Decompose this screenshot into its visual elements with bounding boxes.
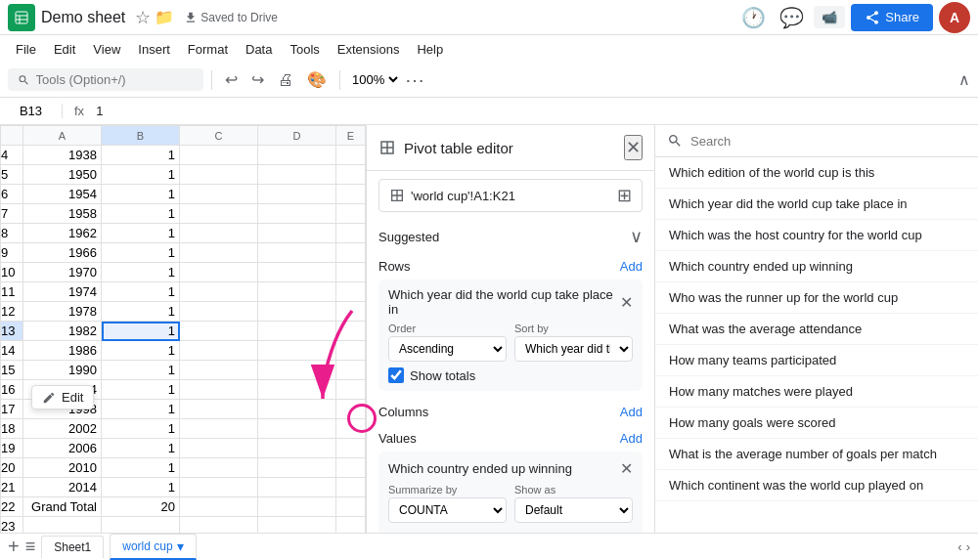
cell-a[interactable]: 1982 [23,322,102,341]
menu-help[interactable]: Help [409,40,451,59]
cell-d[interactable] [258,439,336,458]
undo-button[interactable]: ↩ [220,67,243,92]
cell-b[interactable]: 1 [102,458,180,478]
more-options-button[interactable]: ⋯ [405,68,424,92]
cell-c[interactable] [180,204,258,224]
cell-e[interactable] [336,263,366,282]
menu-extensions[interactable]: Extensions [330,40,408,59]
search-bar[interactable] [8,68,203,91]
cell-c[interactable] [180,361,258,380]
rows-card-close[interactable]: ✕ [620,293,633,312]
cell-e[interactable] [336,400,366,419]
cell-e[interactable] [336,322,366,341]
chat-icon[interactable]: 💬 [776,2,808,33]
cell-c[interactable] [180,224,258,243]
search-result-item[interactable]: Which was the host country for the world… [655,220,978,251]
cell-d[interactable] [258,282,336,302]
col-header-a[interactable]: A [23,126,102,146]
cell-b[interactable]: 1 [102,439,180,458]
range-expand-icon[interactable]: ⊞ [617,185,632,206]
cell-b[interactable]: 1 [102,380,180,400]
search-result-item[interactable]: Which continent was the world cup played… [655,470,978,501]
avatar[interactable]: A [939,2,970,33]
cell-a[interactable]: 1938 [23,146,102,165]
cell-a[interactable]: 2010 [23,458,102,478]
cell-b[interactable]: 1 [102,400,180,419]
cell-b[interactable]: 1 [102,341,180,361]
search-panel-input[interactable] [690,134,966,149]
cell-a[interactable]: 2014 [23,478,102,497]
cell-d[interactable] [258,224,336,243]
cell-c[interactable] [180,341,258,361]
cell-e[interactable] [336,185,366,204]
cell-b[interactable]: 1 [102,419,180,439]
cell-a[interactable]: 1966 [23,243,102,263]
cell-d[interactable] [258,478,336,497]
cell-c[interactable] [180,282,258,302]
cell-d[interactable] [258,361,336,380]
cell-a[interactable]: 2002 [23,419,102,439]
cell-d[interactable] [258,165,336,185]
cell-b[interactable]: 1 [102,478,180,497]
cell-d[interactable] [258,497,336,517]
sort-select[interactable]: Which year did the world ... [514,336,633,362]
cell-e[interactable] [336,165,366,185]
cell-b[interactable]: 1 [102,282,180,302]
menu-edit[interactable]: Edit [46,40,83,59]
col-header-b[interactable]: B [102,126,180,146]
cell-e[interactable] [336,341,366,361]
col-header-d[interactable]: D [258,126,336,146]
nav-right[interactable]: › [966,539,970,554]
cell-b[interactable]: 1 [102,185,180,204]
cell-c[interactable] [180,165,258,185]
sheet-list-button[interactable]: ≡ [25,537,36,557]
paint-format-button[interactable]: 🎨 [302,67,332,92]
cell-a[interactable]: 1990 [23,361,102,380]
suggested-chevron[interactable]: ∨ [630,226,643,247]
cell-c[interactable] [180,263,258,282]
cell-d[interactable] [258,204,336,224]
cell-e[interactable] [336,380,366,400]
cell-e[interactable] [336,517,366,534]
cell-c[interactable] [180,458,258,478]
cell-c[interactable] [180,185,258,204]
cell-e[interactable] [336,204,366,224]
cell-e[interactable] [336,439,366,458]
cell-b[interactable]: 1 [102,263,180,282]
nav-left[interactable]: ‹ [957,539,961,554]
cell-b[interactable]: 1 [102,146,180,165]
cell-a[interactable]: 1954 [23,185,102,204]
cell-e[interactable] [336,361,366,380]
cell-b[interactable]: 1 [102,302,180,322]
cell-b[interactable]: 20 [102,497,180,517]
sheet1-tab[interactable]: Sheet1 [41,536,104,558]
search-result-item[interactable]: How many goals were scored [655,408,978,439]
cell-d[interactable] [258,380,336,400]
search-result-item[interactable]: What was the average attendance [655,314,978,345]
star-icon[interactable]: ☆ [135,7,151,28]
cell-e[interactable] [336,302,366,322]
cell-c[interactable] [180,419,258,439]
print-button[interactable]: 🖨 [273,68,298,92]
search-result-item[interactable]: Which country ended up winning [655,251,978,282]
pivot-range-bar[interactable]: 'world cup'!A1:K21 ⊞ [378,179,643,212]
cell-c[interactable] [180,497,258,517]
show-as-select[interactable]: Default % of row % of column [514,497,633,523]
history-icon[interactable]: 🕐 [737,2,770,33]
cell-a[interactable]: 1978 [23,302,102,322]
cell-e[interactable] [336,146,366,165]
cell-d[interactable] [258,263,336,282]
cell-d[interactable] [258,419,336,439]
cell-a[interactable]: 1950 [23,165,102,185]
cell-b[interactable]: 1 [102,243,180,263]
cell-d[interactable] [258,458,336,478]
cell-d[interactable] [258,322,336,341]
pivot-close-button[interactable]: ✕ [624,135,643,160]
cell-b[interactable]: 1 [102,322,180,341]
cell-d[interactable] [258,302,336,322]
cell-c[interactable] [180,146,258,165]
cell-a[interactable]: 1962 [23,224,102,243]
cell-a[interactable]: 2006 [23,439,102,458]
col-header-e[interactable]: E [336,126,366,146]
cell-e[interactable] [336,419,366,439]
